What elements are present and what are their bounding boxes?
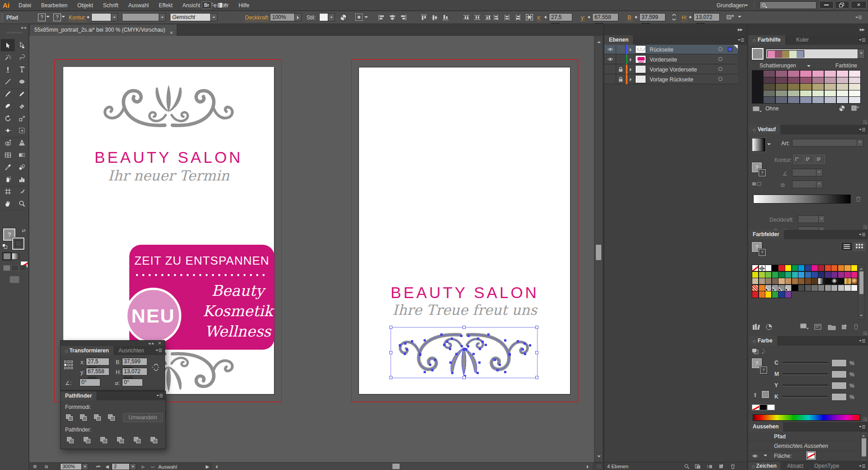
tool-column-graph[interactable]	[15, 174, 28, 185]
variation-swatch[interactable]	[775, 90, 788, 97]
kuler-icon[interactable]	[765, 323, 773, 332]
selection-handle[interactable]	[389, 351, 392, 354]
save-to-swatches-icon[interactable]	[851, 105, 859, 114]
transform-again-icon[interactable]	[726, 14, 736, 23]
panel-menu-icon[interactable]	[859, 465, 865, 469]
gradient-mode-button[interactable]	[12, 253, 19, 260]
gradient-stroke-swatch[interactable]: ?	[759, 169, 766, 176]
opacity-dropdown[interactable]	[295, 13, 302, 21]
variation-swatch[interactable]	[752, 96, 763, 104]
swatch[interactable]	[811, 278, 818, 285]
lock-toggle[interactable]	[616, 75, 626, 84]
swatch[interactable]	[759, 285, 765, 291]
next-artboard-icon[interactable]: ▶	[142, 464, 145, 469]
swatch[interactable]	[752, 265, 759, 271]
swatch[interactable]	[844, 285, 851, 291]
swatch[interactable]	[778, 278, 785, 285]
variation-swatch[interactable]	[775, 77, 788, 84]
tool-zoom[interactable]	[15, 198, 28, 210]
swatch[interactable]	[778, 285, 785, 291]
clipping-mask-icon[interactable]	[695, 464, 701, 470]
variation-swatch[interactable]	[800, 70, 812, 77]
lock-toggle[interactable]	[616, 45, 626, 54]
default-fill-stroke-icon[interactable]	[2, 244, 8, 249]
x-label[interactable]: x:	[537, 14, 541, 21]
swatch[interactable]	[838, 278, 844, 285]
tool-perspective-grid[interactable]	[15, 137, 28, 149]
visibility-toggle[interactable]	[604, 65, 616, 74]
last-color-swatch[interactable]	[762, 391, 769, 398]
swatch[interactable]	[811, 285, 818, 291]
horizontal-scrollbar[interactable]	[211, 463, 593, 470]
tool-type[interactable]	[15, 64, 28, 76]
stroke-gradient-btn-1[interactable]	[793, 155, 803, 164]
tool-magic-wand[interactable]	[1, 52, 14, 63]
swatch[interactable]	[838, 265, 844, 271]
color-mode-button[interactable]	[3, 253, 11, 260]
tool-symbol-sprayer[interactable]	[1, 174, 14, 185]
resize-grip[interactable]	[863, 225, 867, 229]
reference-point-grid[interactable]	[64, 361, 74, 370]
variation-swatch[interactable]	[752, 83, 763, 90]
chevron-down-icon[interactable]	[767, 143, 771, 147]
height-label[interactable]: H:	[682, 14, 687, 21]
restore-button[interactable]	[835, 1, 849, 9]
align-top-icon[interactable]	[420, 14, 428, 21]
swatch[interactable]	[785, 291, 792, 298]
swatch[interactable]	[792, 278, 798, 285]
selection-handle[interactable]	[389, 376, 392, 379]
first-artboard-icon[interactable]: ⏮	[96, 464, 100, 470]
tab-farbe[interactable]: ◇Farbe	[748, 336, 777, 346]
color-variation-grid[interactable]	[752, 70, 861, 103]
variation-swatch[interactable]	[849, 70, 861, 77]
layer-name[interactable]: Rückseite	[650, 47, 674, 53]
swatch[interactable]	[831, 271, 838, 278]
swatch[interactable]	[851, 278, 858, 285]
channel-value-field[interactable]	[831, 382, 847, 389]
target-icon[interactable]	[718, 67, 722, 71]
panel-menu-icon[interactable]	[859, 38, 865, 43]
b-field[interactable]: 37,599 mm	[122, 358, 147, 366]
tool-gradient[interactable]	[15, 149, 28, 161]
layer-name[interactable]: Vorlage Rückseite	[650, 76, 693, 83]
panel-grip[interactable]	[6, 32, 23, 33]
swatch[interactable]	[838, 271, 844, 278]
layer-name[interactable]: Vorlage Vorderseite	[650, 66, 697, 73]
dist-right-icon[interactable]	[514, 14, 522, 21]
swatch[interactable]	[831, 265, 838, 271]
harmony-color-chip[interactable]	[789, 51, 797, 58]
width-label[interactable]: B:	[627, 14, 632, 21]
menu-ansicht[interactable]: Ansicht	[178, 0, 205, 11]
tool-mesh[interactable]	[1, 149, 14, 161]
harmony-color-chip[interactable]	[768, 51, 775, 58]
swatch[interactable]	[772, 265, 778, 271]
tab-aussehen[interactable]: Aussehen	[748, 422, 783, 432]
swatch[interactable]	[811, 271, 818, 278]
panel-menu-icon[interactable]	[859, 128, 865, 132]
selection-handle[interactable]	[535, 376, 538, 379]
swatch[interactable]	[778, 271, 785, 278]
variation-swatch[interactable]	[763, 77, 775, 84]
swatch[interactable]	[851, 265, 858, 271]
swatch[interactable]	[811, 265, 818, 271]
tab-farbhilfe[interactable]: ◇Farbhilfe	[748, 35, 785, 45]
tool-rotate[interactable]	[1, 113, 14, 124]
brush-definition-field[interactable]	[122, 13, 159, 21]
swatch[interactable]	[818, 278, 825, 285]
y-stepper[interactable]	[587, 13, 592, 21]
swatch[interactable]	[792, 285, 798, 291]
harmony-color-chip[interactable]	[797, 51, 804, 58]
status-expand-icon[interactable]: ▶	[206, 464, 209, 469]
variation-swatch[interactable]	[836, 83, 849, 90]
x-field[interactable]: 27,5 mm	[86, 358, 109, 366]
reference-point-icon[interactable]	[355, 14, 363, 21]
locate-object-icon[interactable]	[684, 464, 689, 470]
delete-swatch-icon[interactable]	[853, 323, 859, 332]
menu-datei[interactable]: Datei	[14, 0, 36, 11]
gradient-angle-field[interactable]	[792, 169, 823, 176]
panel-menu-icon[interactable]	[859, 425, 865, 429]
selection-bounding-box[interactable]	[391, 327, 538, 378]
style-field[interactable]: Gemischt	[170, 13, 211, 21]
stroke-gradient-btn-2[interactable]	[804, 155, 814, 164]
swatch[interactable]	[765, 285, 772, 291]
